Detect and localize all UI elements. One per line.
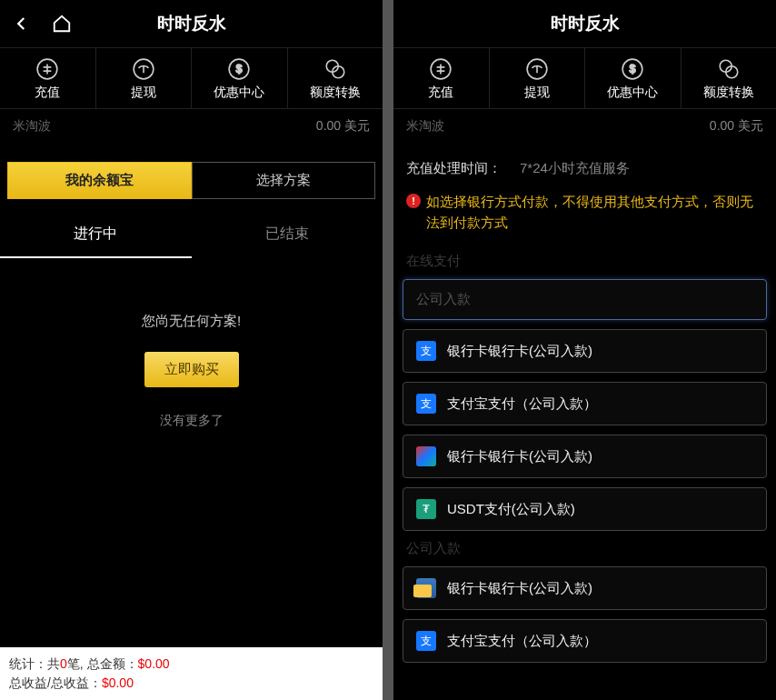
payment-label: 银行卡银行卡(公司入款) xyxy=(447,343,592,360)
home-button[interactable] xyxy=(51,13,73,35)
payment-label: USDT支付(公司入款) xyxy=(447,501,575,518)
promo-icon: $ xyxy=(227,57,251,81)
payment-option[interactable]: 支 支付宝支付（公司入款） xyxy=(403,619,767,663)
buy-button[interactable]: 立即购买 xyxy=(144,352,239,387)
payment-option[interactable]: ₮ USDT支付(公司入款) xyxy=(403,487,767,531)
nav-label: 额度转换 xyxy=(310,85,361,101)
page-title: 时时反水 xyxy=(551,12,620,35)
nav-label: 提现 xyxy=(524,85,550,101)
footer-stats: 统计：共0笔, 总金额：$0.00 总收益/总收益：$0.00 xyxy=(0,647,383,700)
section-company-pay: 公司入款 xyxy=(393,531,776,566)
svg-text:!: ! xyxy=(412,195,415,206)
bankcard-icon xyxy=(416,578,436,598)
warning-icon: ! xyxy=(406,194,421,208)
svg-text:$: $ xyxy=(630,63,636,75)
payment-list-2: 银行卡银行卡(公司入款) 支 支付宝支付（公司入款） xyxy=(393,566,776,663)
recharge-icon xyxy=(429,57,453,81)
nav-recharge[interactable]: 充值 xyxy=(393,48,490,108)
alipay-icon: 支 xyxy=(416,394,436,414)
nav-label: 额度转换 xyxy=(703,85,754,101)
processing-time-value: 7*24小时充值服务 xyxy=(520,160,630,177)
empty-state: 您尚无任何方案! 立即购买 没有更多了 xyxy=(0,258,383,429)
no-more-text: 没有更多了 xyxy=(160,413,224,429)
subtab-ended[interactable]: 已结束 xyxy=(192,212,383,258)
nav-label: 充值 xyxy=(428,85,453,101)
payment-select-label: 公司入款 xyxy=(416,291,471,308)
alipay-icon: 支 xyxy=(416,631,436,651)
unionpay-icon xyxy=(416,446,436,466)
nav-promo[interactable]: $ 优惠中心 xyxy=(192,48,288,108)
nav-label: 优惠中心 xyxy=(607,85,658,101)
usdt-icon: ₮ xyxy=(416,499,436,519)
subtab-row: 进行中 已结束 xyxy=(0,212,383,258)
processing-time-label: 充值处理时间： xyxy=(406,160,502,177)
section-online-pay: 在线支付 xyxy=(393,244,776,279)
withdraw-icon xyxy=(525,57,549,81)
user-name: 米淘波 xyxy=(406,118,444,135)
tab-choose-plan[interactable]: 选择方案 xyxy=(192,162,376,199)
tab-row: 我的余额宝 选择方案 xyxy=(7,162,375,199)
payment-option[interactable]: 支 支付宝支付（公司入款） xyxy=(403,382,767,425)
balance-row: 米淘波 0.00 美元 xyxy=(393,109,776,144)
footer-line1: 统计：共0笔, 总金额：$0.00 xyxy=(9,655,373,674)
warning-text: 如选择银行方式付款，不得使用其他支付方式，否则无法到付款方式 xyxy=(426,192,763,233)
tab-my-balance[interactable]: 我的余额宝 xyxy=(7,162,192,199)
warning-banner: ! 如选择银行方式付款，不得使用其他支付方式，否则无法到付款方式 xyxy=(393,186,776,244)
nav-recharge[interactable]: 充值 xyxy=(0,48,96,108)
payment-option[interactable]: 银行卡银行卡(公司入款) xyxy=(403,435,767,478)
promo-icon: $ xyxy=(621,57,644,81)
header: 时时反水 xyxy=(393,0,776,47)
nav-promo[interactable]: $ 优惠中心 xyxy=(585,48,681,108)
payment-label: 银行卡银行卡(公司入款) xyxy=(447,448,592,465)
payment-select[interactable]: 公司入款 xyxy=(403,279,767,320)
payment-label: 支付宝支付（公司入款） xyxy=(447,633,597,650)
transfer-icon xyxy=(717,57,741,81)
processing-time-row: 充值处理时间： 7*24小时充值服务 xyxy=(393,144,776,186)
nav-transfer[interactable]: 额度转换 xyxy=(681,48,777,108)
user-name: 米淘波 xyxy=(13,118,51,135)
nav-bar: 充值 提现 $ 优惠中心 额度转换 xyxy=(0,47,383,109)
page-title: 时时反水 xyxy=(157,12,226,35)
nav-label: 提现 xyxy=(131,85,156,101)
back-button[interactable] xyxy=(11,13,33,35)
balance-amount: 0.00 美元 xyxy=(316,118,370,135)
payment-label: 支付宝支付（公司入款） xyxy=(447,395,597,413)
payment-option[interactable]: 银行卡银行卡(公司入款) xyxy=(403,566,767,610)
right-screen: 时时反水 充值 提现 $ 优惠中心 额度转换 米淘波 0.00 美元 充值处理时… xyxy=(393,0,776,700)
transfer-icon xyxy=(323,57,347,81)
empty-message: 您尚无任何方案! xyxy=(142,313,241,330)
withdraw-icon xyxy=(132,57,155,81)
balance-amount: 0.00 美元 xyxy=(710,118,763,135)
subtab-ongoing[interactable]: 进行中 xyxy=(0,212,192,258)
svg-text:$: $ xyxy=(236,63,243,75)
nav-label: 充值 xyxy=(35,85,60,101)
recharge-icon xyxy=(35,57,59,81)
nav-withdraw[interactable]: 提现 xyxy=(490,48,586,108)
payment-label: 银行卡银行卡(公司入款) xyxy=(447,580,592,597)
nav-bar: 充值 提现 $ 优惠中心 额度转换 xyxy=(393,47,776,109)
payment-list-1: 公司入款 支 银行卡银行卡(公司入款) 支 支付宝支付（公司入款） 银行卡银行卡… xyxy=(393,279,776,531)
balance-row: 米淘波 0.00 美元 xyxy=(0,109,383,144)
header: 时时反水 xyxy=(0,0,383,47)
payment-option[interactable]: 支 银行卡银行卡(公司入款) xyxy=(403,329,767,373)
nav-label: 优惠中心 xyxy=(214,85,264,101)
alipay-icon: 支 xyxy=(416,341,436,361)
footer-line2: 总收益/总收益：$0.00 xyxy=(9,674,373,693)
nav-transfer[interactable]: 额度转换 xyxy=(288,48,383,108)
nav-withdraw[interactable]: 提现 xyxy=(96,48,193,108)
left-screen: 时时反水 充值 提现 $ 优惠中心 额度转换 米淘波 0.00 美元 我的余额宝… xyxy=(0,0,383,700)
